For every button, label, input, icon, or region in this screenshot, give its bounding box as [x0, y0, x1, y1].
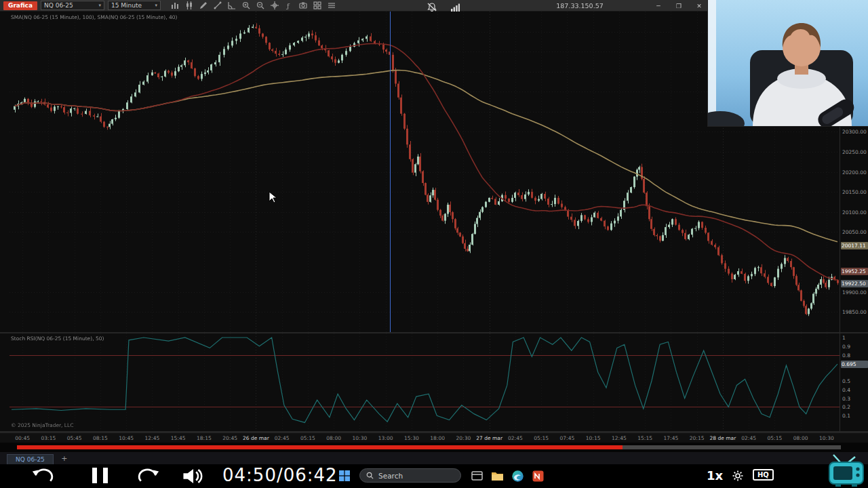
taskbar-search[interactable]: Search	[359, 468, 461, 483]
time-axis-label: 08:00	[326, 435, 341, 441]
time-axis-label: 18:15	[197, 435, 212, 441]
app-badge: Grafica	[3, 1, 37, 10]
zoom-out-icon[interactable]	[256, 1, 265, 10]
svg-text:ƒ: ƒ	[286, 2, 290, 9]
price-tick: 20150.00	[842, 189, 867, 195]
time-axis-label: 20:45	[222, 435, 237, 441]
folder-icon[interactable]	[491, 470, 504, 483]
candles-icon[interactable]	[185, 1, 194, 10]
taskbar: 04:50/06:42 Search 1x HQ	[0, 464, 868, 488]
measure-icon[interactable]	[228, 1, 237, 10]
red-app-icon[interactable]	[532, 470, 545, 483]
quality-hq-button[interactable]: HQ	[753, 469, 774, 481]
stoch-tick: 0.8	[842, 352, 850, 359]
time-axis-label: 15:45	[171, 435, 186, 441]
layout-grid-icon[interactable]	[313, 1, 322, 10]
notifications-muted-icon[interactable]	[427, 1, 437, 14]
volume-button[interactable]	[182, 468, 203, 487]
stoch-rsi-canvas[interactable]	[9, 333, 840, 431]
pencil-icon[interactable]	[199, 1, 208, 10]
chevron-down-icon: ▾	[155, 3, 157, 8]
time-axis-label: 05:45	[67, 435, 82, 441]
channel-tv-logo	[827, 453, 867, 488]
time-axis-date-label: 28 de mar	[710, 435, 736, 441]
stoch-tick: 0.1	[842, 413, 850, 419]
price-tick: 20250.00	[842, 149, 867, 155]
time-axis-label: 03:15	[41, 435, 56, 441]
time-axis-label: 13:00	[378, 435, 393, 441]
time-axis-label: 08:15	[93, 435, 108, 441]
crosshair-icon[interactable]	[271, 1, 279, 10]
chart-tab[interactable]: NQ 06-25	[7, 454, 54, 464]
indicators-icon[interactable]: ƒ	[285, 1, 294, 10]
crosshair-line	[390, 12, 391, 332]
price-tick: 20100.00	[842, 209, 867, 216]
webcam-overlay	[707, 0, 868, 127]
search-icon	[366, 472, 374, 479]
playback-speed-label[interactable]: 1x	[707, 468, 723, 483]
edge-browser-icon[interactable]	[511, 470, 524, 483]
pause-button[interactable]	[92, 468, 108, 483]
data-series-icon[interactable]	[328, 1, 336, 10]
time-axis-label: 10:30	[353, 435, 368, 441]
time-axis-label: 02:45	[508, 435, 523, 441]
rewind-button[interactable]	[28, 466, 56, 488]
time-axis-date-label: 27 de mar	[476, 435, 502, 441]
price-tick: 20300.00	[842, 129, 867, 135]
search-placeholder: Search	[378, 472, 403, 480]
maximize-button[interactable]: ❐	[669, 0, 689, 12]
interval-dropdown[interactable]: 15 Minute ▾	[108, 1, 161, 10]
snapshot-icon[interactable]	[299, 1, 308, 10]
close-button[interactable]: ✕	[689, 0, 709, 12]
webcam-video	[708, 0, 868, 126]
chart-tab-bar: NQ 06-25 +	[0, 452, 868, 464]
time-axis-label: 15:15	[637, 435, 652, 441]
time-axis-label: 05:15	[768, 435, 783, 441]
stoch-indicator-label: Stoch RSI(NQ 06-25 (15 Minute), 50)	[11, 336, 104, 342]
add-tab-button[interactable]: +	[59, 454, 70, 464]
settings-gear-icon[interactable]	[732, 470, 743, 484]
time-axis-label: 02:45	[275, 435, 290, 441]
chevron-down-icon: ▾	[98, 3, 101, 8]
time-axis[interactable]: 00:4503:1505:4508:1510:4512:4515:4518:15…	[0, 432, 868, 443]
time-axis-label: 15:30	[404, 435, 419, 441]
task-window-icon[interactable]	[471, 470, 484, 483]
trendline-icon[interactable]	[214, 1, 222, 10]
time-axis-label: 20:15	[690, 435, 705, 441]
stoch-tick: 0.5	[842, 378, 850, 384]
time-axis-label: 12:45	[145, 435, 160, 441]
stoch-tick: 0.4	[842, 387, 850, 393]
mouse-cursor	[269, 191, 278, 203]
stoch-tick: 1	[842, 335, 846, 341]
interval-value: 15 Minute	[111, 2, 142, 9]
zoom-in-icon[interactable]	[242, 1, 251, 10]
panel-separator[interactable]	[0, 332, 868, 333]
time-axis-label: 08:00	[793, 435, 808, 441]
pause-bar	[92, 468, 97, 483]
pause-bar	[103, 468, 108, 483]
video-progress-fill	[17, 445, 623, 449]
time-axis-label: 10:15	[586, 435, 601, 441]
windows-start-button[interactable]	[339, 470, 350, 484]
video-progress-track[interactable]	[17, 445, 841, 449]
stoch-axis[interactable]: 10.90.80.70.50.40.30.20.10.695	[841, 333, 868, 431]
video-progress-row	[0, 443, 868, 452]
instrument-value: NQ 06-25	[44, 2, 73, 9]
toolbar-status	[427, 1, 460, 14]
time-axis-label: 20:30	[456, 435, 471, 441]
forward-button[interactable]	[136, 466, 163, 488]
time-axis-label: 10:45	[119, 435, 134, 441]
instrument-dropdown[interactable]: NQ 06-25 ▾	[41, 1, 104, 10]
price-tick: 20050.00	[842, 229, 867, 235]
price-marker: 19952.25	[841, 268, 868, 275]
minimize-button[interactable]: ─	[648, 0, 669, 12]
sma-indicator-label: SMA(NQ 06-25 (15 Minute), 100), SMA(NQ 0…	[11, 14, 178, 20]
chart-style-icon[interactable]	[171, 1, 180, 10]
signal-bars-icon[interactable]	[450, 1, 460, 14]
time-axis-label: 17:45	[664, 435, 679, 441]
time-axis-label: 18:00	[430, 435, 445, 441]
stoch-tick: 0.3	[842, 396, 850, 402]
window-title: 187.33.150.57	[515, 2, 644, 9]
toolbar-tools: ƒ	[171, 1, 336, 10]
price-tick: 19900.00	[842, 289, 867, 296]
